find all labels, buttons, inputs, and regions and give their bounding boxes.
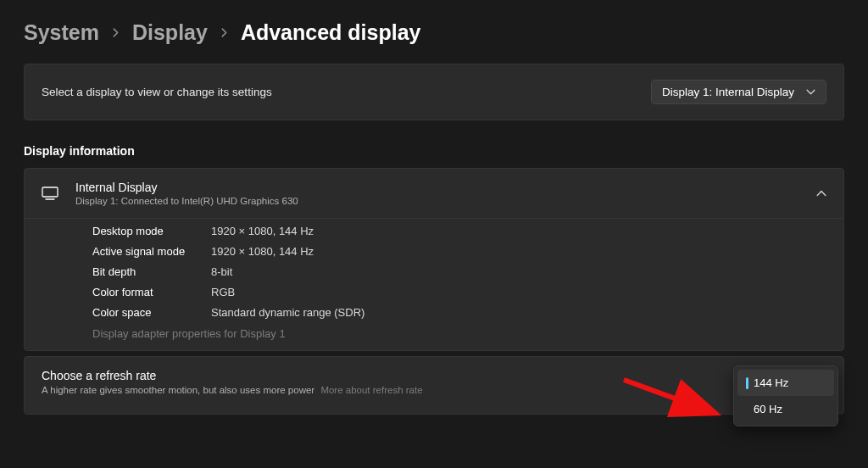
display-adapter-properties-link[interactable]: Display adapter properties for Display 1 <box>92 322 826 340</box>
info-row: Active signal mode 1920 × 1080, 144 Hz <box>92 241 826 261</box>
chevron-right-icon <box>220 28 229 37</box>
info-row: Bit depth 8-bit <box>92 261 826 281</box>
refresh-rate-option-label: 60 Hz <box>754 403 782 415</box>
refresh-rate-title: Choose a refresh rate <box>42 369 423 382</box>
display-info-title: Internal Display <box>75 181 298 194</box>
refresh-rate-panel: Choose a refresh rate A higher rate give… <box>24 356 844 415</box>
refresh-rate-description-text: A higher rate gives smoother motion, but… <box>42 385 314 395</box>
info-key: Active signal mode <box>92 245 211 258</box>
info-value: 1920 × 1080, 144 Hz <box>211 225 314 237</box>
display-information-heading: Display information <box>24 144 844 158</box>
info-key: Color format <box>92 286 211 298</box>
info-value: Standard dynamic range (SDR) <box>211 306 364 319</box>
breadcrumb-advanced-display: Advanced display <box>241 20 421 45</box>
breadcrumb-display[interactable]: Display <box>132 20 208 45</box>
refresh-rate-dropdown-flyout: 144 Hz 60 Hz <box>733 365 838 426</box>
more-about-refresh-rate-link[interactable]: More about refresh rate <box>320 385 422 395</box>
chevron-right-icon <box>111 28 120 37</box>
info-row: Color format RGB <box>92 281 826 302</box>
chevron-up-icon <box>816 188 826 198</box>
monitor-icon <box>42 187 58 200</box>
info-value: 1920 × 1080, 144 Hz <box>211 245 314 258</box>
breadcrumb: System Display Advanced display <box>24 20 844 45</box>
info-value: 8-bit <box>211 265 232 278</box>
info-row: Color space Standard dynamic range (SDR) <box>92 302 826 322</box>
info-key: Color space <box>92 306 211 319</box>
info-value: RGB <box>211 286 235 298</box>
refresh-rate-option-144[interactable]: 144 Hz <box>737 370 834 396</box>
display-info-subtitle: Display 1: Connected to Intel(R) UHD Gra… <box>75 196 298 206</box>
display-selector-value: Display 1: Internal Display <box>662 86 794 98</box>
refresh-rate-option-60[interactable]: 60 Hz <box>737 396 834 422</box>
info-key: Desktop mode <box>92 225 211 237</box>
selected-indicator <box>746 377 748 389</box>
select-display-panel: Select a display to view or change its s… <box>24 64 844 120</box>
selected-indicator <box>746 404 748 415</box>
refresh-rate-description: A higher rate gives smoother motion, but… <box>42 385 423 395</box>
display-info-details: Desktop mode 1920 × 1080, 144 Hz Active … <box>25 218 843 350</box>
refresh-rate-option-label: 144 Hz <box>754 376 788 389</box>
select-display-label: Select a display to view or change its s… <box>42 86 272 98</box>
chevron-down-icon <box>806 87 815 97</box>
display-information-expander[interactable]: Internal Display Display 1: Connected to… <box>25 169 843 218</box>
display-information-card: Internal Display Display 1: Connected to… <box>24 168 844 351</box>
display-selector-dropdown[interactable]: Display 1: Internal Display <box>651 80 826 104</box>
breadcrumb-system[interactable]: System <box>24 20 99 45</box>
svg-rect-0 <box>42 187 58 197</box>
info-row: Desktop mode 1920 × 1080, 144 Hz <box>92 220 826 241</box>
info-key: Bit depth <box>92 265 211 278</box>
